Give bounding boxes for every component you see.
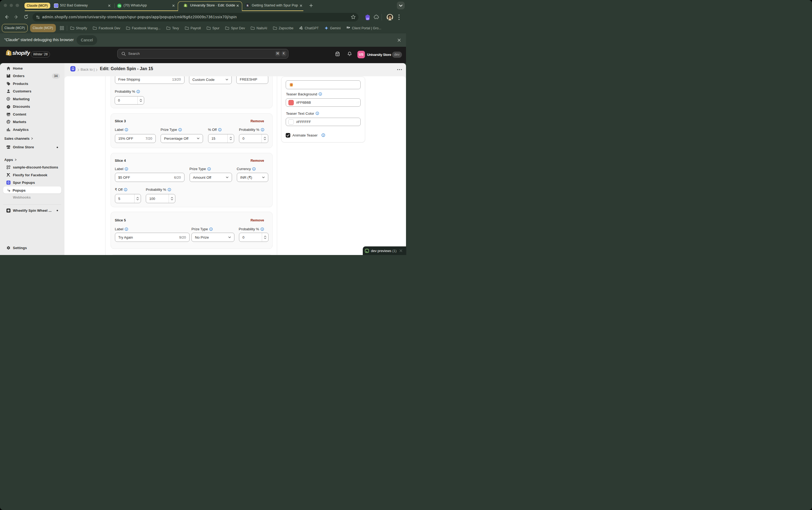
svg-text:70: 70 <box>118 5 121 7</box>
svg-text:R: R <box>246 4 249 7</box>
svg-text:17: 17 <box>366 18 369 20</box>
svg-text:$: $ <box>8 121 10 124</box>
